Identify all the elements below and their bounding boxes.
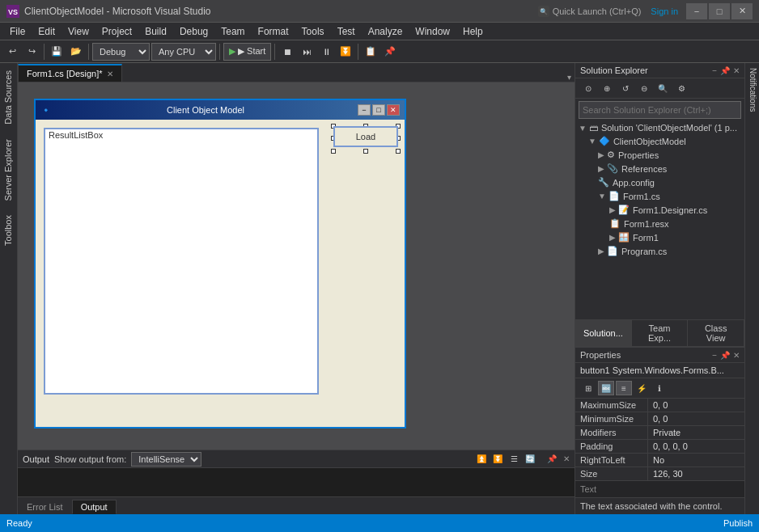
props-value-maxsize[interactable]: 0, 0 [648,399,744,412]
toolbar-btn-1[interactable]: ⏹ [278,43,296,61]
publish-button[interactable]: Publish [723,518,753,528]
props-value-minsize[interactable]: 0, 0 [648,412,744,425]
far-tab-notifications[interactable]: Notifications [745,63,759,116]
sol-btn-6[interactable]: ⚙ [673,81,689,95]
props-value-modifiers[interactable]: Private [648,426,744,439]
menu-file[interactable]: File [3,24,32,39]
tab-solution[interactable]: Solution... [575,320,632,346]
tree-item-form1designer[interactable]: ▶ 📝 Form1.Designer.cs [575,203,744,217]
sol-btn-3[interactable]: ↺ [617,81,634,95]
tree-item-references[interactable]: ▶ 📎 References [575,162,744,175]
toolbar-copy[interactable]: 📋 [362,43,380,61]
pin-icon[interactable]: − [712,66,717,75]
tree-project[interactable]: ▼ 🔷 ClientObjectModel [575,134,744,148]
tab-close-icon[interactable]: ✕ [107,70,113,78]
props-row-maxsize: MaximumSize 0, 0 [575,399,744,412]
right-sidebar: Solution Explorer − 📌 ✕ ⊙ ⊕ ↺ ⊖ 🔍 ⚙ ▼ 🗃 [575,63,744,514]
sol-btn-1[interactable]: ⊙ [580,81,596,95]
toolbar-save[interactable]: 💾 [48,43,66,61]
tree-item-form1resx[interactable]: 📋 Form1.resx [575,217,744,230]
menu-help[interactable]: Help [456,24,490,39]
form-minimize-button[interactable]: − [358,104,371,116]
tab-class-view[interactable]: Class View [688,320,744,346]
form-body: ResultListBox Load [36,120,405,427]
tree-item-properties[interactable]: ▶ ⚙ Properties [575,148,744,162]
props-value-size[interactable]: 126, 30 [648,467,744,480]
props-value-padding[interactable]: 0, 0, 0, 0 [648,440,744,453]
sol-btn-2[interactable]: ⊕ [599,81,615,95]
form-close-button[interactable]: ✕ [387,104,400,116]
sidebar-tab-data-sources[interactable]: Data Sources [0,63,17,132]
form-maximize-button[interactable]: □ [372,104,385,116]
tree-item-programcs[interactable]: ▶ 📄 Program.cs [575,244,744,258]
menu-view[interactable]: View [61,24,95,39]
start-button[interactable]: ▶ ▶ Start [223,43,271,61]
tab-team-explorer[interactable]: Team Exp... [632,320,689,346]
solution-search-input[interactable] [579,101,741,119]
menu-edit[interactable]: Edit [32,24,61,39]
toolbar-paste[interactable]: 📌 [381,43,399,61]
tab-error-list[interactable]: Error List [18,500,72,514]
menu-test[interactable]: Test [331,24,362,39]
programcs-label: Program.cs [621,247,667,256]
props-category-btn[interactable]: ⊞ [580,381,596,395]
tree-item-form1cs[interactable]: ▼ 📄 Form1.cs [575,189,744,203]
button-selection-group: Load [333,126,398,147]
se-close-icon[interactable]: ✕ [733,66,740,75]
tab-form1-design[interactable]: Form1.cs [Design]* ✕ [18,64,122,82]
menu-debug[interactable]: Debug [173,24,214,39]
listbox-control[interactable]: ResultListBox [44,128,319,395]
menu-tools[interactable]: Tools [295,24,331,39]
toolbar-redo[interactable]: ↪ [23,43,40,61]
platform-dropdown[interactable]: Any CPU x86 x64 [151,43,216,61]
minimize-button[interactable]: − [686,3,707,19]
menu-project[interactable]: Project [95,24,138,39]
references-arrow: ▶ [598,164,604,173]
toolbar-open[interactable]: 📂 [67,43,85,61]
sidebar-tab-toolbox[interactable]: Toolbox [0,208,17,253]
props-dock-icon[interactable]: 📌 [720,351,730,360]
menu-analyze[interactable]: Analyze [362,24,409,39]
sidebar-tab-server-explorer[interactable]: Server Explorer [0,132,17,208]
tree-item-form1[interactable]: ▶ 🪟 Form1 [575,230,744,244]
output-btn-2[interactable]: ⏬ [490,452,505,467]
output-btn-4[interactable]: 🔄 [523,452,537,467]
props-close-icon[interactable]: ✕ [733,351,740,360]
output-btn-1[interactable]: ⏫ [474,452,489,467]
maximize-button[interactable]: □ [709,3,730,19]
menu-team[interactable]: Team [214,24,251,39]
props-pin-icon[interactable]: − [712,351,717,360]
props-alpha-btn[interactable]: 🔤 [598,381,614,395]
dock-icon[interactable]: 📌 [720,66,730,75]
output-source-dropdown[interactable]: IntelliSense [131,452,201,467]
sign-in-link[interactable]: Sign in [651,6,678,16]
close-button[interactable]: ✕ [731,3,753,19]
menu-format[interactable]: Format [252,24,295,39]
quick-launch-icon: 🔍 [538,6,549,17]
form-icon: 🔹 [40,105,52,116]
sol-btn-4[interactable]: ⊖ [636,81,652,95]
menu-window[interactable]: Window [409,24,456,39]
tab-output[interactable]: Output [72,500,117,514]
props-events-btn[interactable]: ⚡ [634,381,650,395]
load-button[interactable]: Load [333,126,398,147]
tab-scroll-icon: ▾ [567,73,571,82]
handle-bl [331,149,336,154]
toolbar-undo[interactable]: ↩ [3,43,21,61]
debug-mode-dropdown[interactable]: Debug Release [92,43,150,61]
props-value-righttoleft[interactable]: No [648,454,744,467]
menu-build[interactable]: Build [138,24,173,39]
sol-btn-5[interactable]: 🔍 [655,81,671,95]
tree-solution[interactable]: ▼ 🗃 Solution 'ClientObjectModel' (1 p... [575,121,744,134]
toolbar-btn-2[interactable]: ⏭ [298,43,316,61]
props-props-btn[interactable]: ≡ [616,381,632,395]
toolbar-btn-3[interactable]: ⏸ [317,43,335,61]
toolbar-btn-4[interactable]: ⏬ [337,43,354,61]
output-close-icon[interactable]: ✕ [563,454,570,463]
props-info-btn[interactable]: ℹ [651,381,668,395]
status-bar: Ready Publish [0,514,759,532]
tree-item-appconfig[interactable]: 🔧 App.config [575,175,744,189]
quick-launch-text: Quick Launch (Ctrl+Q) [553,6,642,16]
output-btn-3[interactable]: ☰ [507,452,521,467]
solution-explorer-icons: − 📌 ✕ [712,66,740,75]
